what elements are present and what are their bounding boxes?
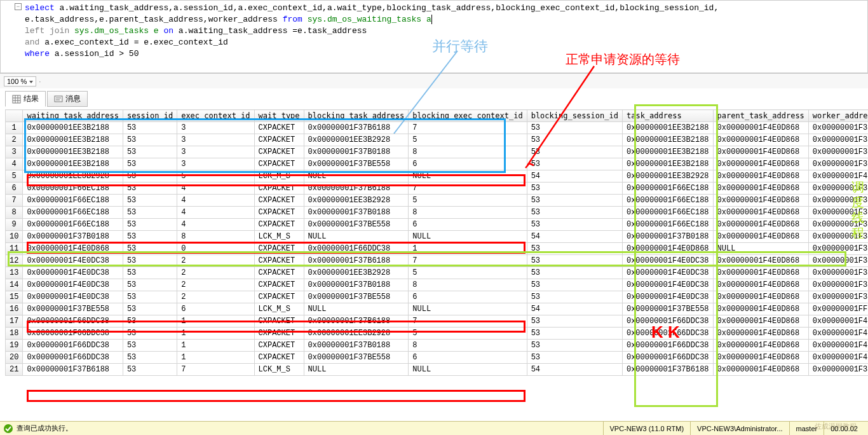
column-header-blocking_session_id[interactable]: blocking_session_id [527, 110, 622, 122]
zoom-dropdown[interactable]: 100 % [4, 76, 36, 86]
cell[interactable]: CXPACKET [254, 328, 304, 340]
cell[interactable]: NULL [304, 231, 409, 243]
cell[interactable]: 0x00000001F37B6188 [304, 255, 409, 267]
sql-code-text[interactable]: select a.waiting_task_address,a.session_… [25, 3, 719, 60]
cell[interactable]: NULL [409, 303, 527, 315]
cell[interactable]: 53 [527, 243, 622, 255]
cell[interactable]: 54 [527, 364, 622, 376]
cell[interactable]: 4 [177, 219, 254, 231]
cell[interactable]: 0x00000001F35F4160 [808, 158, 868, 170]
table-row[interactable]: 110x00000001F4E0D868530CXPACKET0x0000000… [6, 243, 869, 255]
row-number[interactable]: 3 [6, 146, 23, 158]
results-tab[interactable]: 结果 [5, 91, 46, 107]
cell[interactable]: 0x00000001F4E0D868 [713, 146, 808, 158]
cell[interactable]: 53 [123, 231, 177, 243]
cell[interactable]: 0x00000001F66EC188 [23, 207, 123, 219]
table-row[interactable]: 190x00000001F66DDC38531CXPACKET0x0000000… [6, 340, 869, 352]
rownum-header[interactable] [6, 110, 23, 122]
cell[interactable]: CXPACKET [254, 267, 304, 279]
cell[interactable]: 0x00000001F66DDC38 [23, 315, 123, 328]
cell[interactable]: CXPACKET [254, 146, 304, 158]
cell[interactable]: 0x00000001F4E0D868 [713, 231, 808, 243]
cell[interactable]: 53 [123, 183, 177, 195]
column-header-blocking_exec_context_id[interactable]: blocking_exec_context_id [409, 110, 527, 122]
cell[interactable]: 0x00000001F66EC188 [622, 207, 713, 219]
cell[interactable]: NULL [409, 364, 527, 376]
cell[interactable]: 0x00000001F3014160 [808, 279, 868, 291]
cell[interactable]: 7 [409, 315, 527, 328]
table-row[interactable]: 60x00000001F66EC188534CXPACKET0x00000001… [6, 183, 869, 195]
cell[interactable]: 0x00000001F4E0D868 [622, 243, 713, 255]
row-number[interactable]: 2 [6, 134, 23, 146]
row-number[interactable]: 9 [6, 219, 23, 231]
row-number[interactable]: 11 [6, 243, 23, 255]
cell[interactable]: 0x00000001F37B0188 [304, 340, 409, 352]
table-row[interactable]: 180x00000001F66DDC38531CXPACKET0x0000000… [6, 328, 869, 340]
cell[interactable]: 1 [177, 340, 254, 352]
cell[interactable]: CXPACKET [254, 183, 304, 195]
cell[interactable]: 0x00000001F4EEA160 [808, 328, 868, 340]
cell[interactable]: 0x00000001EE3B2928 [23, 170, 123, 183]
cell[interactable]: 0x00000001F37B0188 [304, 207, 409, 219]
cell[interactable]: 0x00000001F4E68160 [808, 170, 868, 183]
cell[interactable]: 0x00000001F37B0188 [304, 146, 409, 158]
table-row[interactable]: 20x00000001EE3B2188533CXPACKET0x00000001… [6, 134, 869, 146]
cell[interactable]: LCK_M_S [254, 231, 304, 243]
row-number[interactable]: 13 [6, 267, 23, 279]
cell[interactable]: 0x00000001F35F4160 [808, 122, 868, 134]
cell[interactable]: 0x00000001F4E0D868 [713, 219, 808, 231]
cell[interactable]: CXPACKET [254, 340, 304, 352]
column-header-blocking_task_address[interactable]: blocking_task_address [304, 110, 409, 122]
cell[interactable]: 0x00000001F4EEA160 [808, 315, 868, 328]
cell[interactable]: 2 [177, 291, 254, 303]
cell[interactable]: 0x00000001F37B6188 [23, 364, 123, 376]
table-row[interactable]: 170x00000001F66DDC38531CXPACKET0x0000000… [6, 315, 869, 328]
cell[interactable]: LCK_M_S [254, 170, 304, 183]
row-number[interactable]: 7 [6, 195, 23, 207]
row-number[interactable]: 14 [6, 279, 23, 291]
column-header-exec_context_id[interactable]: exec_context_id [177, 110, 254, 122]
cell[interactable]: 0x00000001EE3B2188 [622, 122, 713, 134]
row-number[interactable]: 17 [6, 315, 23, 328]
cell[interactable]: 0x00000001F3792160 [808, 364, 868, 376]
row-number[interactable]: 18 [6, 328, 23, 340]
cell[interactable]: 0x00000001EE3B2928 [304, 328, 409, 340]
cell[interactable]: 2 [177, 255, 254, 267]
cell[interactable]: CXPACKET [254, 255, 304, 267]
cell[interactable]: 0x00000001F4E0D868 [713, 170, 808, 183]
cell[interactable]: 53 [123, 303, 177, 315]
cell[interactable]: 0x00000001F37BE558 [622, 303, 713, 315]
cell[interactable]: 0x00000001F37B6188 [304, 183, 409, 195]
table-row[interactable]: 210x00000001F37B6188537LCK_M_SNULLNULL54… [6, 364, 869, 376]
code-outline-toggle[interactable]: − [15, 3, 22, 10]
row-number[interactable]: 19 [6, 340, 23, 352]
cell[interactable]: 53 [527, 340, 622, 352]
cell[interactable]: 53 [527, 219, 622, 231]
cell[interactable]: LCK_M_S [254, 364, 304, 376]
cell[interactable]: 53 [123, 255, 177, 267]
cell[interactable]: 53 [527, 158, 622, 170]
cell[interactable]: 0x00000001F4E0DC38 [622, 255, 713, 267]
cell[interactable]: NULL [304, 364, 409, 376]
cell[interactable]: 0x00000001FF300160 [808, 303, 868, 315]
cell[interactable]: 54 [527, 303, 622, 315]
cell[interactable]: 6 [177, 303, 254, 315]
cell[interactable]: 0x00000001F4E0D868 [713, 364, 808, 376]
cell[interactable]: 8 [409, 279, 527, 291]
cell[interactable]: 0x00000001F3014160 [808, 267, 868, 279]
cell[interactable]: 0x00000001F4E0D868 [713, 207, 808, 219]
cell[interactable]: 3 [177, 146, 254, 158]
cell[interactable]: 53 [527, 122, 622, 134]
column-header-worker_address[interactable]: worker_address [808, 110, 868, 122]
cell[interactable]: 1 [409, 243, 527, 255]
cell[interactable]: 54 [527, 231, 622, 243]
cell[interactable]: 53 [123, 267, 177, 279]
table-row[interactable]: 200x00000001F66DDC38531CXPACKET0x0000000… [6, 352, 869, 364]
cell[interactable]: 0 [177, 243, 254, 255]
cell[interactable]: 53 [123, 195, 177, 207]
cell[interactable]: 2 [177, 267, 254, 279]
cell[interactable]: 53 [527, 146, 622, 158]
cell[interactable]: NULL [409, 170, 527, 183]
cell[interactable]: CXPACKET [254, 195, 304, 207]
column-header-session_id[interactable]: session_id [123, 110, 177, 122]
